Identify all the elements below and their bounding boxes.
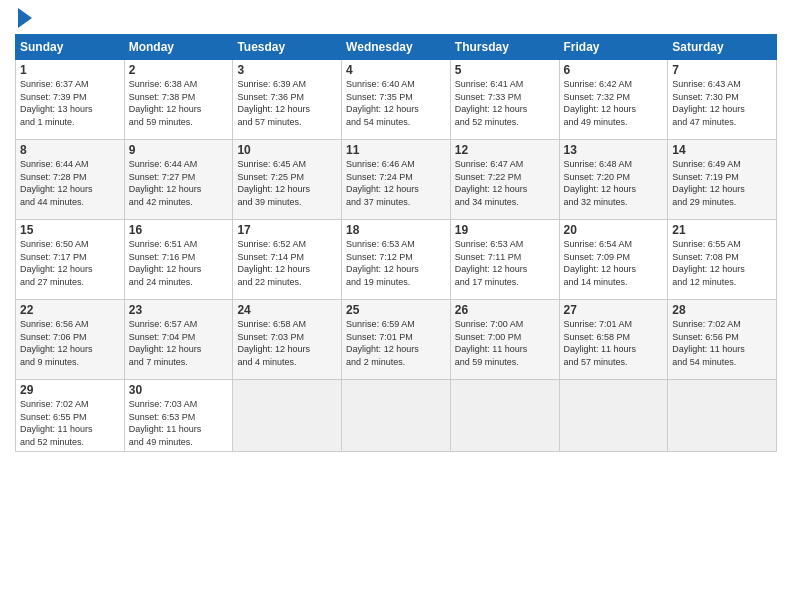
- calendar-cell: [450, 380, 559, 452]
- weekday-header-sunday: Sunday: [16, 35, 125, 60]
- day-number: 14: [672, 143, 772, 157]
- calendar-cell: 22Sunrise: 6:56 AMSunset: 7:06 PMDayligh…: [16, 300, 125, 380]
- calendar-cell: 6Sunrise: 6:42 AMSunset: 7:32 PMDaylight…: [559, 60, 668, 140]
- day-info: Sunrise: 7:02 AMSunset: 6:55 PMDaylight:…: [20, 398, 120, 448]
- calendar-cell: 4Sunrise: 6:40 AMSunset: 7:35 PMDaylight…: [342, 60, 451, 140]
- day-info: Sunrise: 7:00 AMSunset: 7:00 PMDaylight:…: [455, 318, 555, 368]
- day-number: 1: [20, 63, 120, 77]
- day-info: Sunrise: 7:02 AMSunset: 6:56 PMDaylight:…: [672, 318, 772, 368]
- calendar-cell: 1Sunrise: 6:37 AMSunset: 7:39 PMDaylight…: [16, 60, 125, 140]
- weekday-header-tuesday: Tuesday: [233, 35, 342, 60]
- day-number: 28: [672, 303, 772, 317]
- calendar-table: SundayMondayTuesdayWednesdayThursdayFrid…: [15, 34, 777, 452]
- weekday-header-monday: Monday: [124, 35, 233, 60]
- calendar-cell: 21Sunrise: 6:55 AMSunset: 7:08 PMDayligh…: [668, 220, 777, 300]
- day-number: 5: [455, 63, 555, 77]
- calendar-cell: 23Sunrise: 6:57 AMSunset: 7:04 PMDayligh…: [124, 300, 233, 380]
- day-info: Sunrise: 6:53 AMSunset: 7:12 PMDaylight:…: [346, 238, 446, 288]
- calendar-cell: 28Sunrise: 7:02 AMSunset: 6:56 PMDayligh…: [668, 300, 777, 380]
- day-number: 12: [455, 143, 555, 157]
- day-info: Sunrise: 6:45 AMSunset: 7:25 PMDaylight:…: [237, 158, 337, 208]
- calendar-cell: 12Sunrise: 6:47 AMSunset: 7:22 PMDayligh…: [450, 140, 559, 220]
- day-number: 2: [129, 63, 229, 77]
- calendar-cell: 14Sunrise: 6:49 AMSunset: 7:19 PMDayligh…: [668, 140, 777, 220]
- calendar-cell: 11Sunrise: 6:46 AMSunset: 7:24 PMDayligh…: [342, 140, 451, 220]
- calendar-cell: [233, 380, 342, 452]
- day-number: 11: [346, 143, 446, 157]
- day-info: Sunrise: 6:38 AMSunset: 7:38 PMDaylight:…: [129, 78, 229, 128]
- logo-arrow-icon: [18, 8, 32, 28]
- day-number: 20: [564, 223, 664, 237]
- calendar-cell: 19Sunrise: 6:53 AMSunset: 7:11 PMDayligh…: [450, 220, 559, 300]
- calendar-cell: 13Sunrise: 6:48 AMSunset: 7:20 PMDayligh…: [559, 140, 668, 220]
- day-number: 22: [20, 303, 120, 317]
- day-number: 9: [129, 143, 229, 157]
- calendar-cell: 25Sunrise: 6:59 AMSunset: 7:01 PMDayligh…: [342, 300, 451, 380]
- calendar-cell: 15Sunrise: 6:50 AMSunset: 7:17 PMDayligh…: [16, 220, 125, 300]
- calendar-cell: 8Sunrise: 6:44 AMSunset: 7:28 PMDaylight…: [16, 140, 125, 220]
- day-info: Sunrise: 6:59 AMSunset: 7:01 PMDaylight:…: [346, 318, 446, 368]
- day-info: Sunrise: 6:40 AMSunset: 7:35 PMDaylight:…: [346, 78, 446, 128]
- day-number: 29: [20, 383, 120, 397]
- day-number: 24: [237, 303, 337, 317]
- calendar-cell: [559, 380, 668, 452]
- day-info: Sunrise: 6:39 AMSunset: 7:36 PMDaylight:…: [237, 78, 337, 128]
- calendar-cell: 9Sunrise: 6:44 AMSunset: 7:27 PMDaylight…: [124, 140, 233, 220]
- calendar-cell: 5Sunrise: 6:41 AMSunset: 7:33 PMDaylight…: [450, 60, 559, 140]
- calendar-cell: 7Sunrise: 6:43 AMSunset: 7:30 PMDaylight…: [668, 60, 777, 140]
- day-number: 26: [455, 303, 555, 317]
- calendar-cell: [342, 380, 451, 452]
- day-number: 23: [129, 303, 229, 317]
- calendar-cell: [668, 380, 777, 452]
- day-info: Sunrise: 6:56 AMSunset: 7:06 PMDaylight:…: [20, 318, 120, 368]
- day-number: 25: [346, 303, 446, 317]
- calendar-cell: 27Sunrise: 7:01 AMSunset: 6:58 PMDayligh…: [559, 300, 668, 380]
- weekday-header-friday: Friday: [559, 35, 668, 60]
- day-number: 16: [129, 223, 229, 237]
- day-number: 30: [129, 383, 229, 397]
- calendar-header-row: SundayMondayTuesdayWednesdayThursdayFrid…: [16, 35, 777, 60]
- calendar-cell: 26Sunrise: 7:00 AMSunset: 7:00 PMDayligh…: [450, 300, 559, 380]
- day-info: Sunrise: 6:48 AMSunset: 7:20 PMDaylight:…: [564, 158, 664, 208]
- day-number: 13: [564, 143, 664, 157]
- day-info: Sunrise: 6:41 AMSunset: 7:33 PMDaylight:…: [455, 78, 555, 128]
- weekday-header-saturday: Saturday: [668, 35, 777, 60]
- day-info: Sunrise: 6:50 AMSunset: 7:17 PMDaylight:…: [20, 238, 120, 288]
- day-number: 4: [346, 63, 446, 77]
- calendar-cell: 17Sunrise: 6:52 AMSunset: 7:14 PMDayligh…: [233, 220, 342, 300]
- day-number: 19: [455, 223, 555, 237]
- day-info: Sunrise: 6:51 AMSunset: 7:16 PMDaylight:…: [129, 238, 229, 288]
- header: [15, 10, 777, 28]
- calendar-cell: 2Sunrise: 6:38 AMSunset: 7:38 PMDaylight…: [124, 60, 233, 140]
- day-info: Sunrise: 6:44 AMSunset: 7:28 PMDaylight:…: [20, 158, 120, 208]
- day-number: 27: [564, 303, 664, 317]
- day-info: Sunrise: 6:58 AMSunset: 7:03 PMDaylight:…: [237, 318, 337, 368]
- day-info: Sunrise: 6:37 AMSunset: 7:39 PMDaylight:…: [20, 78, 120, 128]
- day-info: Sunrise: 6:55 AMSunset: 7:08 PMDaylight:…: [672, 238, 772, 288]
- calendar-cell: 16Sunrise: 6:51 AMSunset: 7:16 PMDayligh…: [124, 220, 233, 300]
- calendar-cell: 10Sunrise: 6:45 AMSunset: 7:25 PMDayligh…: [233, 140, 342, 220]
- calendar-cell: 30Sunrise: 7:03 AMSunset: 6:53 PMDayligh…: [124, 380, 233, 452]
- day-number: 10: [237, 143, 337, 157]
- day-number: 18: [346, 223, 446, 237]
- day-number: 3: [237, 63, 337, 77]
- day-info: Sunrise: 6:46 AMSunset: 7:24 PMDaylight:…: [346, 158, 446, 208]
- day-info: Sunrise: 6:42 AMSunset: 7:32 PMDaylight:…: [564, 78, 664, 128]
- day-info: Sunrise: 6:44 AMSunset: 7:27 PMDaylight:…: [129, 158, 229, 208]
- day-info: Sunrise: 6:54 AMSunset: 7:09 PMDaylight:…: [564, 238, 664, 288]
- day-info: Sunrise: 6:49 AMSunset: 7:19 PMDaylight:…: [672, 158, 772, 208]
- calendar-cell: 24Sunrise: 6:58 AMSunset: 7:03 PMDayligh…: [233, 300, 342, 380]
- day-info: Sunrise: 6:43 AMSunset: 7:30 PMDaylight:…: [672, 78, 772, 128]
- weekday-header-wednesday: Wednesday: [342, 35, 451, 60]
- calendar-cell: 3Sunrise: 6:39 AMSunset: 7:36 PMDaylight…: [233, 60, 342, 140]
- day-number: 15: [20, 223, 120, 237]
- day-info: Sunrise: 6:52 AMSunset: 7:14 PMDaylight:…: [237, 238, 337, 288]
- calendar-cell: 29Sunrise: 7:02 AMSunset: 6:55 PMDayligh…: [16, 380, 125, 452]
- day-number: 21: [672, 223, 772, 237]
- day-number: 7: [672, 63, 772, 77]
- weekday-header-thursday: Thursday: [450, 35, 559, 60]
- page-container: SundayMondayTuesdayWednesdayThursdayFrid…: [0, 0, 792, 457]
- day-number: 17: [237, 223, 337, 237]
- day-info: Sunrise: 7:03 AMSunset: 6:53 PMDaylight:…: [129, 398, 229, 448]
- calendar-cell: 18Sunrise: 6:53 AMSunset: 7:12 PMDayligh…: [342, 220, 451, 300]
